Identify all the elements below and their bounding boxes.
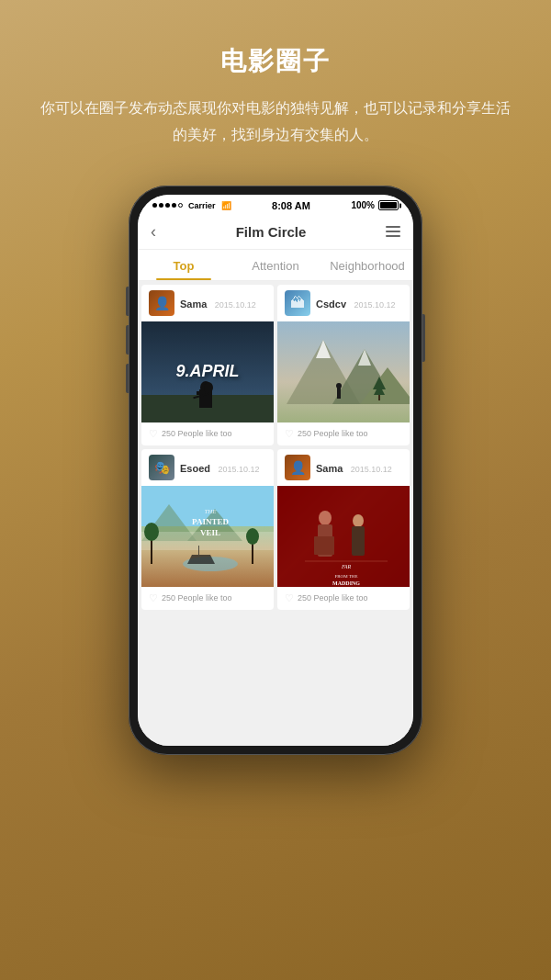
svg-rect-13 <box>337 388 341 399</box>
post-meta: Esoed 2015.10.12 <box>180 459 266 476</box>
avatar-image: 👤 <box>149 290 174 316</box>
post-author: Sama <box>316 463 343 474</box>
post-date: 2015.10.12 <box>215 300 256 310</box>
status-right: 100% <box>351 200 399 210</box>
poster-9april: 9.APRIL <box>141 321 274 422</box>
svg-rect-35 <box>314 536 334 555</box>
like-count: 250 People like too <box>162 429 232 438</box>
status-left: Carrier 📶 <box>152 201 231 210</box>
nav-bar: ‹ Film Circle <box>138 215 413 250</box>
intro-title: 电影圈子 <box>37 44 514 79</box>
svg-rect-32 <box>277 486 410 587</box>
post-footer: ♡ 250 People like too <box>141 587 274 610</box>
svg-rect-37 <box>352 526 365 556</box>
post-footer: ♡ 250 People like too <box>141 422 274 445</box>
post-meta: Csdcv 2015.10.12 <box>316 295 402 311</box>
painted-veil-poster: THE PAINTED VEIL <box>141 486 274 587</box>
dot1 <box>152 203 157 208</box>
avatar: 🎭 <box>149 455 174 480</box>
mountain-svg <box>277 321 410 422</box>
post-card: 🏔 Csdcv 2015.10.12 <box>277 285 410 445</box>
menu-line1 <box>386 226 400 228</box>
avatar: 👤 <box>285 455 310 480</box>
status-time: 8:08 AM <box>272 200 310 211</box>
post-image[interactable]: THE PAINTED VEIL <box>141 486 274 587</box>
dot5 <box>178 203 183 208</box>
post-image[interactable]: FAR FROM THE MADDING CROWD <box>277 486 410 587</box>
svg-point-14 <box>336 383 342 389</box>
post-card: 👤 Sama 2015.10.12 <box>277 449 410 610</box>
menu-button[interactable] <box>386 226 400 237</box>
avatar: 👤 <box>149 290 174 316</box>
avatar-image: 🏔 <box>285 290 310 316</box>
posts-grid: 👤 Sama 2015.10.12 <box>138 281 413 614</box>
svg-point-31 <box>246 528 259 545</box>
svg-marker-26 <box>187 555 215 564</box>
tab-attention[interactable]: Attention <box>230 250 321 280</box>
tab-top[interactable]: Top <box>138 250 230 280</box>
like-icon[interactable]: ♡ <box>149 592 158 604</box>
like-icon[interactable]: ♡ <box>285 592 294 604</box>
svg-text:VEIL: VEIL <box>200 528 220 537</box>
post-header: 👤 Sama 2015.10.12 <box>277 449 410 486</box>
status-bar: Carrier 📶 8:08 AM 100% <box>138 195 413 215</box>
post-header: 👤 Sama 2015.10.12 <box>141 285 274 321</box>
nav-title: Film Circle <box>236 224 307 240</box>
post-card: 👤 Sama 2015.10.12 <box>141 285 274 445</box>
tab-neighborhood[interactable]: Neighborhood <box>321 250 413 280</box>
svg-text:THE: THE <box>204 508 217 515</box>
battery-percent: 100% <box>351 200 375 210</box>
post-card: 🎭 Esoed 2015.10.12 <box>141 449 274 610</box>
post-header: 🏔 Csdcv 2015.10.12 <box>277 285 410 321</box>
phone-screen: Carrier 📶 8:08 AM 100% ‹ Film Circle <box>138 195 413 746</box>
tabs-bar: Top Attention Neighborhood <box>138 250 413 281</box>
svg-rect-27 <box>198 546 199 555</box>
painted-veil-svg: THE PAINTED VEIL <box>141 486 274 587</box>
post-image[interactable] <box>277 321 410 422</box>
intro-section: 电影圈子 你可以在圈子发布动态展现你对电影的独特见解，也可以记录和分享生活的美好… <box>0 0 551 176</box>
like-icon[interactable]: ♡ <box>149 428 158 440</box>
avatar: 🏔 <box>285 290 310 316</box>
post-date: 2015.10.12 <box>354 300 395 310</box>
svg-text:PAINTED: PAINTED <box>192 517 229 526</box>
svg-point-33 <box>319 511 332 525</box>
phone-wrapper: Carrier 📶 8:08 AM 100% ‹ Film Circle <box>0 186 551 755</box>
content-area: 👤 Sama 2015.10.12 <box>138 281 413 746</box>
far-madding-poster: FAR FROM THE MADDING CROWD <box>277 486 410 587</box>
post-meta: Sama 2015.10.12 <box>180 295 266 311</box>
post-author: Csdcv <box>316 299 346 310</box>
post-header: 🎭 Esoed 2015.10.12 <box>141 449 274 486</box>
like-count: 250 People like too <box>298 429 368 438</box>
back-button[interactable]: ‹ <box>151 222 156 242</box>
battery-icon <box>378 200 399 210</box>
intro-description: 你可以在圈子发布动态展现你对电影的独特见解，也可以记录和分享生活的美好，找到身边… <box>37 96 514 149</box>
battery-fill <box>380 202 397 208</box>
post-author: Sama <box>180 299 207 310</box>
post-meta: Sama 2015.10.12 <box>316 459 402 476</box>
post-footer: ♡ 250 People like too <box>277 422 410 445</box>
svg-point-29 <box>144 523 159 541</box>
wifi-icon: 📶 <box>221 201 231 210</box>
signal-dots <box>152 203 183 208</box>
like-icon[interactable]: ♡ <box>285 428 294 440</box>
post-date: 2015.10.12 <box>351 465 392 474</box>
svg-point-5 <box>204 382 213 393</box>
dot3 <box>165 203 170 208</box>
phone-device: Carrier 📶 8:08 AM 100% ‹ Film Circle <box>129 186 422 755</box>
post-date: 2015.10.12 <box>218 465 259 474</box>
post-author: Esoed <box>180 463 210 474</box>
like-count: 250 People like too <box>298 593 368 603</box>
mountain-poster <box>277 321 410 422</box>
menu-line2 <box>386 231 400 232</box>
post-image[interactable]: 9.APRIL <box>141 321 274 422</box>
avatar-image: 👤 <box>285 455 310 480</box>
far-madding-svg: FAR FROM THE MADDING CROWD <box>277 486 410 587</box>
dot4 <box>172 203 176 208</box>
like-count: 250 People like too <box>162 593 232 603</box>
svg-rect-4 <box>197 391 204 395</box>
svg-text:MADDING: MADDING <box>332 580 360 586</box>
svg-text:FROM THE: FROM THE <box>334 574 357 579</box>
carrier-label: Carrier <box>188 201 216 210</box>
post-footer: ♡ 250 People like too <box>277 587 410 610</box>
svg-text:FAR: FAR <box>341 564 352 569</box>
